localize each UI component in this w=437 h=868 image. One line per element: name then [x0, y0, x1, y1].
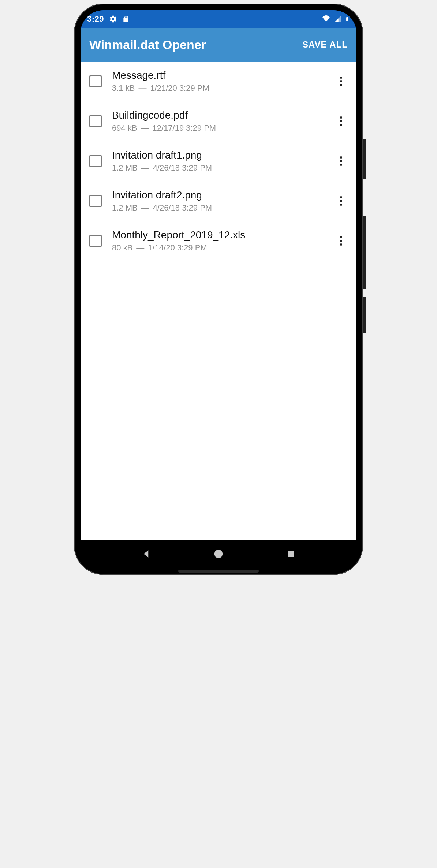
sd-card-icon: [122, 15, 130, 23]
file-name: Message.rtf: [112, 70, 333, 81]
save-all-button[interactable]: SAVE ALL: [302, 40, 348, 50]
file-name: Invitation draft2.png: [112, 189, 333, 201]
file-date: 1/14/20 3:29 PM: [148, 243, 207, 252]
file-meta: 694 kB—12/17/19 3:29 PM: [112, 123, 333, 133]
phone-screen: 3:29 Winmail: [81, 10, 356, 568]
file-text: Message.rtf3.1 kB—1/21/20 3:29 PM: [112, 70, 333, 93]
svg-point-13: [340, 240, 342, 242]
file-meta: 1.2 MB—4/26/18 3:29 PM: [112, 163, 333, 173]
file-checkbox[interactable]: [89, 195, 102, 207]
meta-separator: —: [141, 203, 149, 212]
file-size: 80 kB: [112, 243, 132, 252]
file-date: 12/17/19 3:29 PM: [153, 123, 216, 133]
file-name: Invitation draft1.png: [112, 149, 333, 161]
file-list-item[interactable]: Invitation draft1.png1.2 MB—4/26/18 3:29…: [81, 141, 356, 181]
file-text: Invitation draft1.png1.2 MB—4/26/18 3:29…: [112, 149, 333, 173]
file-checkbox[interactable]: [89, 75, 102, 87]
file-size: 694 kB: [112, 123, 137, 133]
svg-rect-16: [288, 551, 294, 557]
file-meta: 3.1 kB—1/21/20 3:29 PM: [112, 83, 333, 93]
meta-separator: —: [138, 83, 146, 93]
app-bar: Winmail.dat Opener SAVE ALL: [81, 28, 356, 62]
file-date: 4/26/18 3:29 PM: [153, 203, 212, 212]
file-checkbox[interactable]: [89, 235, 102, 247]
svg-point-15: [214, 550, 223, 558]
svg-point-7: [340, 160, 342, 162]
status-time: 3:29: [87, 14, 104, 24]
svg-point-0: [340, 77, 342, 79]
battery-icon: [345, 15, 350, 23]
file-list[interactable]: Message.rtf3.1 kB—1/21/20 3:29 PMBuildin…: [81, 62, 356, 540]
more-options-button[interactable]: [333, 191, 349, 211]
file-list-item[interactable]: Buildingcode.pdf694 kB—12/17/19 3:29 PM: [81, 101, 356, 141]
gear-icon: [109, 15, 117, 23]
svg-point-1: [340, 80, 342, 82]
svg-point-14: [340, 243, 342, 246]
svg-point-8: [340, 164, 342, 166]
file-text: Invitation draft2.png1.2 MB—4/26/18 3:29…: [112, 189, 333, 213]
file-size: 1.2 MB: [112, 203, 138, 212]
nav-back-button[interactable]: [135, 543, 157, 565]
file-list-item[interactable]: Message.rtf3.1 kB—1/21/20 3:29 PM: [81, 62, 356, 101]
svg-point-11: [340, 204, 342, 206]
nav-recent-button[interactable]: [280, 543, 302, 565]
wifi-icon: [321, 15, 331, 23]
file-meta: 1.2 MB—4/26/18 3:29 PM: [112, 203, 333, 213]
app-title: Winmail.dat Opener: [89, 38, 206, 52]
nav-home-button[interactable]: [208, 543, 229, 565]
file-text: Buildingcode.pdf694 kB—12/17/19 3:29 PM: [112, 109, 333, 133]
phone-frame: 3:29 Winmail: [74, 4, 363, 575]
file-date: 1/21/20 3:29 PM: [150, 83, 209, 93]
meta-separator: —: [141, 123, 149, 133]
svg-point-4: [340, 120, 342, 122]
phone-side-button: [363, 297, 366, 333]
svg-point-2: [340, 84, 342, 86]
file-meta: 80 kB—1/14/20 3:29 PM: [112, 243, 333, 253]
meta-separator: —: [141, 163, 149, 172]
file-text: Monthly_Report_2019_12.xls80 kB—1/14/20 …: [112, 229, 333, 253]
status-bar: 3:29: [81, 10, 356, 28]
svg-point-6: [340, 156, 342, 159]
phone-side-button: [363, 139, 366, 179]
file-checkbox[interactable]: [89, 115, 102, 127]
file-size: 1.2 MB: [112, 163, 138, 172]
more-options-button[interactable]: [333, 231, 349, 251]
file-checkbox[interactable]: [89, 155, 102, 167]
navigation-bar: [81, 540, 356, 568]
phone-side-button: [363, 216, 366, 289]
file-name: Monthly_Report_2019_12.xls: [112, 229, 333, 241]
file-name: Buildingcode.pdf: [112, 109, 333, 121]
file-size: 3.1 kB: [112, 83, 135, 93]
svg-point-3: [340, 116, 342, 119]
file-list-item[interactable]: Invitation draft2.png1.2 MB—4/26/18 3:29…: [81, 181, 356, 221]
svg-point-9: [340, 196, 342, 198]
svg-point-10: [340, 200, 342, 202]
svg-point-5: [340, 124, 342, 126]
more-options-button[interactable]: [333, 151, 349, 171]
speaker-slot: [178, 570, 259, 573]
file-date: 4/26/18 3:29 PM: [153, 163, 212, 172]
cellular-icon: [334, 15, 342, 23]
svg-point-12: [340, 236, 342, 238]
meta-separator: —: [136, 243, 144, 252]
file-list-item[interactable]: Monthly_Report_2019_12.xls80 kB—1/14/20 …: [81, 221, 356, 261]
more-options-button[interactable]: [333, 111, 349, 131]
more-options-button[interactable]: [333, 71, 349, 92]
